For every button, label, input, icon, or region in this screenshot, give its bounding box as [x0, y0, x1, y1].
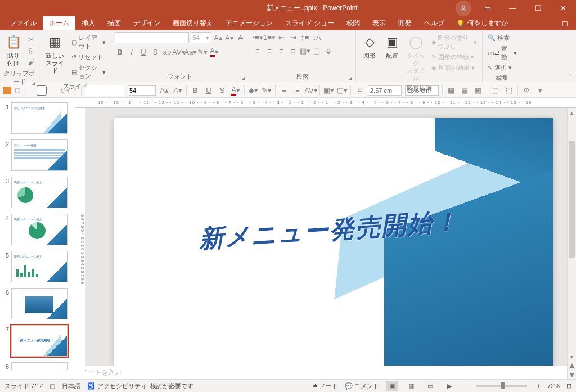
decrease-font-icon[interactable]: A▾	[224, 33, 234, 43]
tab-transitions[interactable]: 画面切り替え	[166, 16, 219, 30]
comments-toggle[interactable]: 💬 コメント	[345, 382, 379, 390]
zoom-level[interactable]: 72%	[547, 382, 560, 389]
shadow-icon[interactable]: ab	[162, 47, 172, 57]
highlight-icon[interactable]: ✎▾	[197, 47, 208, 57]
tab-developer[interactable]: 開発	[392, 16, 418, 30]
thumb-3[interactable]: 3現在のメニューの売上	[0, 175, 75, 213]
slideshow-view-icon[interactable]: ▶	[443, 381, 456, 391]
text-direction-icon[interactable]: ↕A	[312, 32, 322, 42]
indent-dec-icon[interactable]: ⇤	[276, 32, 286, 42]
copy-icon[interactable]: ⎘	[26, 46, 36, 56]
thumb-2[interactable]: 2新メニューの概要	[0, 138, 75, 175]
qat-send-back-icon[interactable]: ▢▾	[337, 85, 347, 96]
arrange-button[interactable]: ▣配置	[382, 32, 402, 61]
tab-help[interactable]: ヘルプ	[418, 16, 451, 30]
qat-bring-front-icon[interactable]: ▣▾	[323, 85, 334, 96]
qat-fill-icon[interactable]: ◆▾	[248, 85, 258, 96]
scroll-down-icon[interactable]: ▾	[568, 352, 576, 361]
tab-animations[interactable]: アニメーション	[219, 16, 279, 30]
fit-window-icon[interactable]: ⊞	[566, 382, 572, 390]
align-right-icon[interactable]: ≡	[276, 46, 286, 56]
zoom-in-icon[interactable]: +	[537, 382, 541, 389]
select-button[interactable]: ↖ 選択 ▾	[486, 63, 519, 73]
slide-canvas-wrap[interactable]: 新メニュー発売開始！	[75, 108, 576, 366]
shapes-button[interactable]: ◇図形	[359, 32, 380, 61]
minimize-button[interactable]: —	[500, 0, 525, 16]
account-icon[interactable]	[456, 1, 471, 16]
thumb-8[interactable]: 8	[0, 361, 75, 375]
qat-align2-icon[interactable]: ≡	[292, 85, 303, 96]
qat-underline-icon[interactable]: U	[204, 85, 214, 96]
shape-effects-button[interactable]: ◉ 図形の効果 ▾	[430, 63, 479, 73]
shape-fill-button[interactable]: ◆ 図形の塗りつぶし ▾	[430, 33, 479, 51]
columns-icon[interactable]: ▥▾	[300, 46, 310, 56]
layout-button[interactable]: ▢ レイアウト ▾	[70, 33, 107, 51]
underline-icon[interactable]: U	[138, 47, 148, 57]
tab-view[interactable]: 表示	[366, 16, 392, 30]
zoom-out-icon[interactable]: −	[462, 382, 466, 389]
font-name-input[interactable]	[115, 32, 189, 43]
tab-home[interactable]: ホーム	[43, 16, 75, 30]
qat-more-icon[interactable]: ▾	[535, 85, 545, 96]
next-slide-icon[interactable]: ⯆	[568, 370, 576, 379]
justify-icon[interactable]: ≡	[288, 46, 298, 56]
paste-button[interactable]: 📋 貼り付け	[3, 32, 24, 68]
qat-strike-icon[interactable]: S	[217, 85, 227, 96]
indent-inc-icon[interactable]: ⇥	[288, 32, 298, 42]
language-status[interactable]: 日本語	[62, 382, 80, 390]
align-center-icon[interactable]: ≡	[264, 46, 274, 56]
align-text-icon[interactable]: ▢	[312, 46, 322, 56]
slide-counter[interactable]: スライド 7/12	[4, 382, 43, 390]
qat-font-size[interactable]	[128, 85, 156, 96]
spacing-icon[interactable]: AV▾	[174, 47, 184, 57]
horizontal-ruler[interactable]: 16 · · 15 · · 14 · · 13 · · 12 · · 11 · …	[75, 98, 576, 108]
line-spacing-icon[interactable]: ‡≡	[300, 32, 310, 42]
tab-slideshow[interactable]: スライド ショー	[279, 16, 340, 30]
qat-align-icon[interactable]: ≡	[279, 85, 289, 96]
slide-canvas[interactable]: 新メニュー発売開始！	[114, 118, 553, 366]
qat-bold-icon[interactable]: B	[190, 85, 200, 96]
font-size-input[interactable]: 54▾	[191, 32, 212, 43]
thumb-7[interactable]: 7新メニュー発売開始！	[0, 324, 75, 361]
qat-color-icon[interactable]: A▾	[231, 85, 241, 96]
font-color-icon[interactable]: A▾	[209, 47, 219, 57]
clear-format-icon[interactable]: A̶	[236, 33, 245, 43]
vertical-scrollbar[interactable]: ▴ ▾ ⯅ ⯆	[567, 108, 576, 379]
tab-draw[interactable]: 描画	[101, 16, 127, 30]
shape-outline-button[interactable]: ✎ 図形の枠線 ▾	[430, 52, 479, 62]
replace-button[interactable]: ab⇄ 置換 ▾	[486, 44, 519, 62]
sorter-view-icon[interactable]: ▦	[405, 381, 417, 391]
qat-spacing-icon[interactable]: AV▾	[306, 85, 316, 96]
close-button[interactable]: ✕	[551, 0, 576, 16]
spell-check-icon[interactable]: ▢	[50, 382, 55, 390]
align-left-icon[interactable]: ≡	[253, 46, 263, 56]
reading-view-icon[interactable]: ▭	[424, 381, 436, 391]
qat-misc4-icon[interactable]: ⬚	[490, 85, 501, 96]
section-button[interactable]: ▤ セクション ▾	[70, 63, 107, 81]
thumb-6[interactable]: 6	[0, 287, 75, 324]
font-launcher[interactable]: ◢	[241, 75, 245, 81]
italic-icon[interactable]: I	[127, 47, 137, 57]
numbering-icon[interactable]: 1≡▾	[264, 32, 274, 42]
qat-inc-font-icon[interactable]: A▴	[159, 85, 169, 96]
reset-button[interactable]: ↺ リセット	[70, 52, 107, 62]
bold-icon[interactable]: B	[115, 47, 125, 57]
clipboard-launcher[interactable]: ◢	[32, 80, 35, 86]
slide-thumbnails[interactable]: 1新しいメニューのご提案 2新メニューの概要 3現在のメニューの売上 4現在のメ…	[0, 98, 75, 379]
tab-design[interactable]: デザイン	[127, 16, 166, 30]
normal-view-icon[interactable]: ▣	[386, 381, 398, 391]
qat-dec-font-icon[interactable]: A▾	[173, 85, 183, 96]
tell-me[interactable]: 💡何をしますか	[451, 16, 514, 30]
thumb-4[interactable]: 4現在のメニューの売上	[0, 213, 75, 250]
quick-styles-button[interactable]: ◯クイック スタイル	[404, 32, 428, 83]
prev-slide-icon[interactable]: ⯅	[568, 361, 576, 370]
tab-file[interactable]: ファイル	[3, 16, 43, 30]
case-icon[interactable]: Aa▾	[186, 47, 196, 57]
tab-review[interactable]: 校閲	[340, 16, 366, 30]
new-slide-button[interactable]: ▦ 新しい スライド	[43, 32, 68, 76]
format-painter-icon[interactable]: 🖌	[26, 57, 36, 67]
zoom-slider[interactable]	[476, 385, 527, 387]
qat-misc5-icon[interactable]: ⬚	[504, 85, 514, 96]
thumb-5[interactable]: 5現在のメニューの売上	[0, 250, 75, 287]
scroll-up-icon[interactable]: ▴	[568, 108, 576, 117]
